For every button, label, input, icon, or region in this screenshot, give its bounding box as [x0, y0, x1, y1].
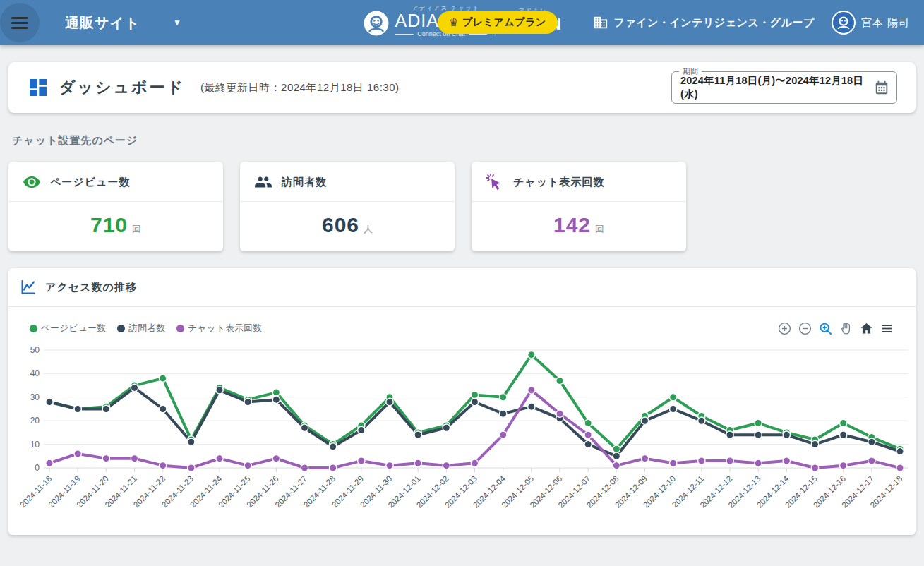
svg-text:40: 40 — [30, 368, 40, 378]
chevron-down-icon: ▼ — [173, 18, 181, 28]
company-name: ファイン・インテリジェンス・グループ — [614, 16, 815, 30]
stat-card-chat-displays: チャット表示回数 142回 — [472, 162, 686, 251]
section-title: チャット設置先のページ — [12, 134, 924, 147]
eye-icon — [23, 173, 41, 191]
chart-menu-button[interactable] — [878, 320, 896, 337]
avatar — [832, 11, 856, 35]
period-value: 2024年11月18日(月)〜2024年12月18日(水) — [680, 74, 874, 101]
stat-card-visitors: 訪問者数 606人 — [240, 162, 455, 251]
company-info: ファイン・インテリジェンス・グループ — [593, 15, 815, 30]
home-reset-button[interactable] — [858, 320, 875, 337]
dashboard-header-card: ダッシュボード (最終更新日時：2024年12月18日 16:30) 期間 20… — [8, 62, 916, 113]
legend-item-visitors[interactable]: 訪問者数 — [117, 323, 165, 335]
app-header: 通販サイト ▼ アディアス チャット ADIAS Chat Connect on… — [0, 0, 924, 45]
chart-legend: ページビュー数 訪問者数 チャット表示回数 — [30, 323, 262, 335]
legend-dot — [30, 325, 37, 332]
chart-toolbar — [776, 320, 896, 337]
premium-plan-button[interactable]: ♛ プレミアムプラン — [438, 11, 558, 34]
svg-text:0: 0 — [35, 463, 40, 473]
building-icon — [593, 15, 608, 30]
legend-dot — [117, 325, 125, 332]
chart-title: アクセス数の推移 — [45, 281, 137, 294]
premium-plan-label: プレミアムプラン — [462, 16, 546, 29]
stat-label: ページビュー数 — [50, 176, 130, 189]
calendar-icon[interactable] — [874, 80, 889, 95]
legend-item-chat-displays[interactable]: チャット表示回数 — [176, 323, 262, 335]
zoom-in-button[interactable] — [776, 320, 793, 337]
access-trend-card: アクセス数の推移 ページビュー数 訪問者数 チャット表示回数 — [8, 268, 916, 535]
trend-chart[interactable]: 010203040502024-11-182024-11-192024-11-2… — [14, 340, 911, 525]
stat-unit: 人 — [364, 224, 373, 234]
site-selector[interactable]: 通販サイト ▼ — [65, 13, 181, 32]
stat-unit: 回 — [595, 224, 604, 234]
stat-cards-row: ページビュー数 710回 訪問者数 606人 — [8, 162, 916, 251]
svg-text:30: 30 — [30, 392, 40, 402]
last-updated-text: (最終更新日時：2024年12月18日 16:30) — [200, 81, 399, 95]
line-chart-icon — [20, 279, 37, 296]
dashboard-icon — [27, 76, 49, 99]
period-date-range-field[interactable]: 期間 2024年11月18日(月)〜2024年12月18日(水) — [671, 71, 897, 104]
legend-item-pageviews[interactable]: ページビュー数 — [30, 323, 106, 335]
svg-text:20: 20 — [30, 416, 40, 426]
stat-value: 142 — [553, 213, 591, 236]
stat-value: 710 — [90, 213, 128, 236]
period-label: 期間 — [679, 66, 702, 77]
user-name: 宮本 陽司 — [861, 16, 910, 30]
selection-zoom-button[interactable] — [817, 320, 834, 337]
site-selector-value: 通販サイト — [65, 13, 140, 32]
crown-icon: ♛ — [449, 16, 459, 29]
svg-text:10: 10 — [30, 440, 40, 450]
stat-label: チャット表示回数 — [513, 176, 604, 189]
people-icon — [254, 173, 272, 191]
adias-logo-icon — [363, 10, 390, 37]
cursor-click-icon — [486, 173, 504, 191]
stat-value: 606 — [322, 213, 359, 236]
hamburger-icon — [11, 14, 28, 32]
stat-label: 訪問者数 — [282, 176, 327, 189]
stat-card-pageviews: ページビュー数 710回 — [8, 162, 223, 251]
page-title: ダッシュボード — [59, 77, 185, 98]
legend-dot — [176, 325, 184, 332]
stat-unit: 回 — [132, 224, 141, 234]
user-menu[interactable]: 宮本 陽司 — [832, 11, 910, 35]
zoom-out-button[interactable] — [796, 320, 814, 337]
pan-button[interactable] — [837, 320, 855, 337]
hamburger-menu-button[interactable] — [0, 3, 40, 42]
svg-text:50: 50 — [30, 345, 40, 355]
